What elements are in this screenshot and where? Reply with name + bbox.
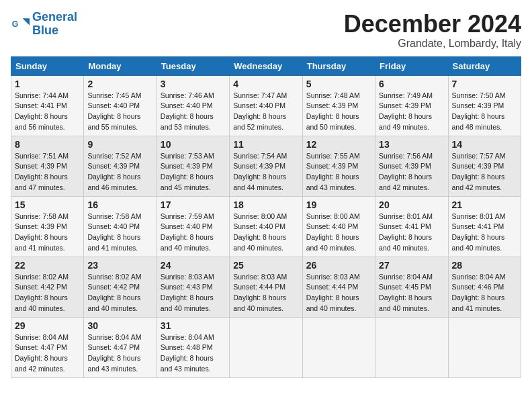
sunrise-label: Sunrise: 7:44 AM	[15, 91, 69, 99]
weekday-header-thursday: Thursday	[302, 56, 375, 75]
logo-line1: General	[32, 10, 77, 24]
calendar-day: 19Sunrise: 8:00 AMSunset: 4:40 PMDayligh…	[302, 196, 375, 257]
sunrise-label: Sunrise: 7:47 AM	[233, 91, 287, 99]
calendar-week-5: 29Sunrise: 8:04 AMSunset: 4:47 PMDayligh…	[11, 317, 521, 377]
day-number: 17	[161, 199, 226, 210]
header: G General Blue December 2024 Grandate, L…	[11, 11, 521, 50]
day-number: 29	[15, 320, 80, 331]
sunset-label: Sunset: 4:44 PM	[233, 283, 285, 291]
sunrise-label: Sunrise: 7:46 AM	[161, 91, 214, 99]
day-number: 24	[161, 260, 226, 271]
calendar-day: 2Sunrise: 7:45 AMSunset: 4:40 PMDaylight…	[84, 75, 157, 136]
sunrise-label: Sunrise: 7:59 AM	[161, 212, 214, 220]
day-number: 16	[87, 199, 152, 210]
day-info: Sunrise: 7:54 AMSunset: 4:39 PMDaylight:…	[233, 151, 298, 193]
day-number: 30	[87, 320, 152, 331]
sunset-label: Sunset: 4:41 PM	[379, 222, 431, 230]
calendar-day: 10Sunrise: 7:53 AMSunset: 4:39 PMDayligh…	[157, 136, 229, 196]
sunset-label: Sunset: 4:39 PM	[15, 162, 67, 170]
sunset-label: Sunset: 4:39 PM	[379, 162, 431, 170]
calendar-week-3: 15Sunrise: 7:58 AMSunset: 4:39 PMDayligh…	[11, 196, 521, 257]
daylight-label: Daylight: 8 hours and 41 minutes.	[452, 293, 505, 312]
sunset-label: Sunset: 4:39 PM	[233, 162, 285, 170]
weekday-header-tuesday: Tuesday	[157, 56, 229, 75]
logo-text: General Blue	[32, 11, 77, 38]
sunrise-label: Sunrise: 8:02 AM	[15, 273, 69, 281]
sunrise-label: Sunrise: 8:04 AM	[379, 273, 433, 281]
day-info: Sunrise: 8:00 AMSunset: 4:40 PMDaylight:…	[306, 212, 371, 254]
daylight-label: Daylight: 8 hours and 44 minutes.	[233, 173, 286, 191]
day-number: 21	[452, 199, 517, 210]
daylight-label: Daylight: 8 hours and 43 minutes.	[306, 173, 359, 191]
sunset-label: Sunset: 4:39 PM	[161, 162, 213, 170]
weekday-header-friday: Friday	[375, 56, 448, 75]
daylight-label: Daylight: 8 hours and 40 minutes.	[306, 233, 359, 252]
calendar-header: SundayMondayTuesdayWednesdayThursdayFrid…	[11, 56, 521, 75]
calendar-day: 12Sunrise: 7:55 AMSunset: 4:39 PMDayligh…	[302, 136, 375, 196]
day-info: Sunrise: 8:04 AMSunset: 4:47 PMDaylight:…	[87, 332, 152, 375]
daylight-label: Daylight: 8 hours and 40 minutes.	[379, 233, 432, 252]
sunset-label: Sunset: 4:39 PM	[306, 101, 359, 109]
calendar-day	[375, 317, 448, 377]
sunset-label: Sunset: 4:46 PM	[452, 283, 504, 291]
calendar-day: 23Sunrise: 8:02 AMSunset: 4:42 PMDayligh…	[84, 257, 157, 317]
sunrise-label: Sunrise: 8:04 AM	[15, 333, 69, 341]
sunset-label: Sunset: 4:40 PM	[161, 101, 213, 109]
calendar-day: 3Sunrise: 7:46 AMSunset: 4:40 PMDaylight…	[157, 75, 229, 136]
sunrise-label: Sunrise: 7:58 AM	[87, 212, 141, 220]
day-info: Sunrise: 8:01 AMSunset: 4:41 PMDaylight:…	[452, 212, 517, 254]
calendar-day: 4Sunrise: 7:47 AMSunset: 4:40 PMDaylight…	[230, 75, 302, 136]
day-info: Sunrise: 8:02 AMSunset: 4:42 PMDaylight:…	[87, 272, 152, 314]
calendar-day: 8Sunrise: 7:51 AMSunset: 4:39 PMDaylight…	[11, 136, 84, 196]
daylight-label: Daylight: 8 hours and 56 minutes.	[15, 112, 68, 131]
day-number: 15	[15, 199, 80, 210]
calendar-day: 1Sunrise: 7:44 AMSunset: 4:41 PMDaylight…	[11, 75, 84, 136]
sunrise-label: Sunrise: 8:04 AM	[87, 333, 141, 341]
title-area: December 2024 Grandate, Lombardy, Italy	[344, 11, 521, 50]
daylight-label: Daylight: 8 hours and 42 minutes.	[15, 354, 68, 373]
day-info: Sunrise: 8:00 AMSunset: 4:40 PMDaylight:…	[233, 212, 298, 254]
day-number: 23	[87, 260, 152, 271]
day-info: Sunrise: 7:50 AMSunset: 4:39 PMDaylight:…	[452, 91, 517, 133]
sunrise-label: Sunrise: 7:56 AM	[379, 152, 433, 160]
day-number: 22	[15, 260, 80, 271]
day-number: 1	[15, 79, 80, 89]
sunset-label: Sunset: 4:40 PM	[233, 222, 285, 230]
day-number: 19	[306, 199, 371, 210]
day-info: Sunrise: 7:47 AMSunset: 4:40 PMDaylight:…	[233, 91, 298, 133]
day-info: Sunrise: 7:59 AMSunset: 4:40 PMDaylight:…	[161, 212, 226, 254]
calendar-week-1: 1Sunrise: 7:44 AMSunset: 4:41 PMDaylight…	[11, 75, 521, 136]
svg-text:G: G	[12, 19, 19, 28]
daylight-label: Daylight: 8 hours and 46 minutes.	[87, 173, 140, 191]
sunrise-label: Sunrise: 8:01 AM	[452, 212, 506, 220]
day-number: 6	[379, 79, 444, 89]
day-number: 7	[452, 79, 517, 89]
calendar-day: 11Sunrise: 7:54 AMSunset: 4:39 PMDayligh…	[230, 136, 302, 196]
calendar-day: 15Sunrise: 7:58 AMSunset: 4:39 PMDayligh…	[11, 196, 84, 257]
sunrise-label: Sunrise: 8:04 AM	[161, 333, 214, 341]
calendar-day: 25Sunrise: 8:03 AMSunset: 4:44 PMDayligh…	[230, 257, 302, 317]
logo: G General Blue	[11, 11, 77, 38]
day-number: 2	[87, 79, 152, 89]
day-info: Sunrise: 7:51 AMSunset: 4:39 PMDaylight:…	[15, 151, 80, 193]
sunset-label: Sunset: 4:40 PM	[87, 101, 140, 109]
daylight-label: Daylight: 8 hours and 41 minutes.	[87, 233, 140, 252]
sunrise-label: Sunrise: 8:02 AM	[87, 273, 141, 281]
day-number: 9	[87, 139, 152, 150]
daylight-label: Daylight: 8 hours and 52 minutes.	[233, 112, 286, 131]
day-number: 20	[379, 199, 444, 210]
day-number: 4	[233, 79, 298, 89]
day-info: Sunrise: 7:56 AMSunset: 4:39 PMDaylight:…	[379, 151, 444, 193]
sunrise-label: Sunrise: 8:00 AM	[306, 212, 360, 220]
sunset-label: Sunset: 4:41 PM	[452, 222, 504, 230]
day-info: Sunrise: 8:02 AMSunset: 4:42 PMDaylight:…	[15, 272, 80, 314]
day-number: 14	[452, 139, 517, 150]
day-number: 31	[161, 320, 226, 331]
day-info: Sunrise: 8:04 AMSunset: 4:47 PMDaylight:…	[15, 332, 80, 375]
daylight-label: Daylight: 8 hours and 40 minutes.	[15, 293, 68, 312]
day-info: Sunrise: 7:55 AMSunset: 4:39 PMDaylight:…	[306, 151, 371, 193]
daylight-label: Daylight: 8 hours and 55 minutes.	[87, 112, 140, 131]
sunrise-label: Sunrise: 8:01 AM	[379, 212, 433, 220]
day-info: Sunrise: 7:57 AMSunset: 4:39 PMDaylight:…	[452, 151, 517, 193]
daylight-label: Daylight: 8 hours and 42 minutes.	[452, 173, 505, 191]
